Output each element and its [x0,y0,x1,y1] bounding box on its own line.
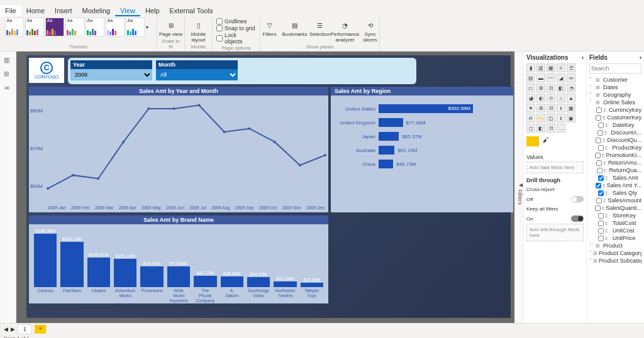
field-row[interactable]: ΣProductKey [589,144,641,151]
menu-home[interactable]: Home [21,5,50,16]
collapse-viz-icon[interactable]: › [582,54,584,61]
svg-point-2 [97,177,99,180]
gridlines-checkbox[interactable]: Gridlines [216,18,256,25]
brand-bar: $41.17MThePhone Company [194,271,216,301]
sync-slicers-button[interactable]: ⟲Sync slicers [358,18,383,43]
field-row[interactable]: ΣUnitCost [589,227,641,234]
field-row[interactable]: ΣUnitPrice [589,234,641,242]
model-view-icon[interactable]: ⫘ [4,84,13,93]
menu-view[interactable]: View [115,5,140,16]
year-slicer[interactable]: 2009 [70,69,152,80]
brand-bar: $105.57MLitware [87,253,110,301]
brand-chart[interactable]: Sales Amt by Brand Name $190.38MContoso$… [29,215,328,303]
month-slicer-label: Month [156,60,238,69]
perf-analyzer-button[interactable]: ◔Performance analyzer [333,18,358,43]
selection-button[interactable]: ☰Selection [308,18,333,43]
svg-point-9 [274,141,276,143]
themes-gallery[interactable]: Aa Aa Aa Aa Aa Aa Aa ▾ [5,18,152,36]
mobile-icon: ▯ [192,19,205,31]
keep-filters-toggle[interactable] [571,215,584,222]
menu-help[interactable]: Help [140,5,165,16]
field-row[interactable]: ΣTotalCost [589,219,641,227]
table-row[interactable]: ˅⊞Product [589,242,641,249]
svg-point-3 [122,141,125,143]
fields-tab-icon[interactable] [526,136,539,146]
region-bar: Japan$65.37M [335,132,509,141]
snap-checkbox[interactable]: Snap to grid [216,25,256,31]
filters-pane-collapsed[interactable]: ◀ Filters [514,52,523,323]
fields-search[interactable] [589,63,641,74]
svg-point-8 [248,128,251,130]
line-chart[interactable]: Sales Amt by Year and Month $80M $70M $6… [29,87,328,212]
slicer-panel: Year 2009 Month All [68,58,416,84]
view-rail: ▥ ⊞ ⫘ [0,52,16,323]
bookmarks-button[interactable]: ▤Bookmarks [282,18,308,43]
table-row[interactable]: ˅⊞Product Category [589,249,641,257]
field-row[interactable]: ΣCurrencyKey [589,106,641,114]
report-canvas[interactable]: C CONTOSO Year 2009 Month All Sales Amt … [16,52,514,323]
brand-bar: $34.93MSouthridgeVideo [247,272,270,301]
page-tabs: ◀▶ 1 + [0,323,644,334]
mobile-layout-button[interactable]: ▯Mobile layout [186,18,211,43]
page-view-button[interactable]: ⊞Page view [158,18,184,37]
report-view-icon[interactable]: ▥ [4,57,13,65]
format-tab-icon[interactable]: 🖌 [543,136,549,146]
field-row[interactable]: ΣSalesQuanti... [589,204,641,212]
sync-icon: ⟲ [364,19,377,31]
field-row[interactable]: ΣSales Amt Y... [589,182,641,189]
logo: C CONTOSO [29,58,64,83]
field-row[interactable]: ΣDiscountQu... [589,136,641,144]
brand-bar: $15.62MTailspinToys [301,278,323,301]
svg-point-4 [147,107,150,110]
table-row[interactable]: ˅⊞Online Sales [589,99,641,106]
month-slicer[interactable]: All [156,69,238,80]
brand-bar: $21.16MNorthwindTraders [274,276,296,301]
svg-point-6 [198,104,201,107]
menu-modeling[interactable]: Modeling [77,5,116,16]
page-tab[interactable]: 1 [18,324,32,334]
svg-point-10 [299,164,301,166]
field-row[interactable]: ΣDiscountA... [589,129,641,136]
region-chart[interactable]: Sales Amt by Region United States$302.08… [331,87,513,212]
svg-point-1 [72,174,74,177]
menu-file[interactable]: File [0,5,21,16]
menu-bar: File Home Insert Modeling View Help Exte… [0,5,644,16]
table-row[interactable]: ˅⊞Product Subcateg... [589,257,641,264]
field-row[interactable]: ΣReturnQua... [589,166,641,174]
year-slicer-label: Year [70,60,152,69]
filter-icon: ▽ [264,19,276,31]
region-bar: Australia$51.15M [335,146,509,155]
viz-gallery[interactable]: ▮▥▦≡☰▤▬ 〰◢⫘▭⊞⊡◧ ◔◕◐⊙⌂▲▼ ⊞⊟⫿▦RPy ◫⫿▣◻◧⊡… [526,63,584,133]
menu-insert[interactable]: Insert [50,5,77,16]
brand-bar: $38.04MA.Datum [221,271,243,301]
status-bar: Page 1 of 1 [0,334,644,338]
bookmark-icon: ▤ [289,19,301,31]
page-view-icon: ⊞ [165,19,177,31]
field-row[interactable]: ΣPromotionKi... [589,151,641,159]
field-row[interactable]: ΣSales Amt [589,174,641,182]
table-row[interactable]: ˅⊞Customer [589,76,641,84]
lock-checkbox[interactable]: Lock objects [216,32,256,45]
selection-icon: ☰ [314,19,326,31]
field-row[interactable]: ΣReturnAmo... [589,159,641,166]
field-row[interactable]: ΣCustomerKey [589,114,641,121]
field-row[interactable]: ΣSales Qty [589,189,641,197]
field-row[interactable]: ΣStoreKey [589,212,641,219]
collapse-fields-icon[interactable]: › [640,54,641,61]
filters-pane-button[interactable]: ▽Filters [257,18,282,43]
svg-point-11 [324,154,326,156]
fields-pane: Fields› ˅⊞Customer˅⊞Dates˅⊞Geography˅⊞On… [586,52,644,323]
themes-more-icon[interactable]: ▾ [146,18,152,36]
field-row[interactable]: ΣSalesAmount [589,197,641,204]
region-bar: China$46.73M [335,160,509,168]
menu-external-tools[interactable]: External Tools [165,5,218,16]
table-row[interactable]: ˅⊞Dates [589,84,641,91]
table-row[interactable]: ˅⊞Geography [589,91,641,99]
svg-point-0 [47,187,49,190]
values-drop[interactable]: Add data fields here [526,161,584,173]
field-row[interactable]: ΣDateKey [589,121,641,129]
add-page-button[interactable]: + [35,325,46,334]
drill-drop[interactable]: Add drill-through fields here [526,224,584,241]
data-view-icon[interactable]: ⊞ [4,70,13,79]
cross-report-toggle[interactable] [571,196,584,202]
